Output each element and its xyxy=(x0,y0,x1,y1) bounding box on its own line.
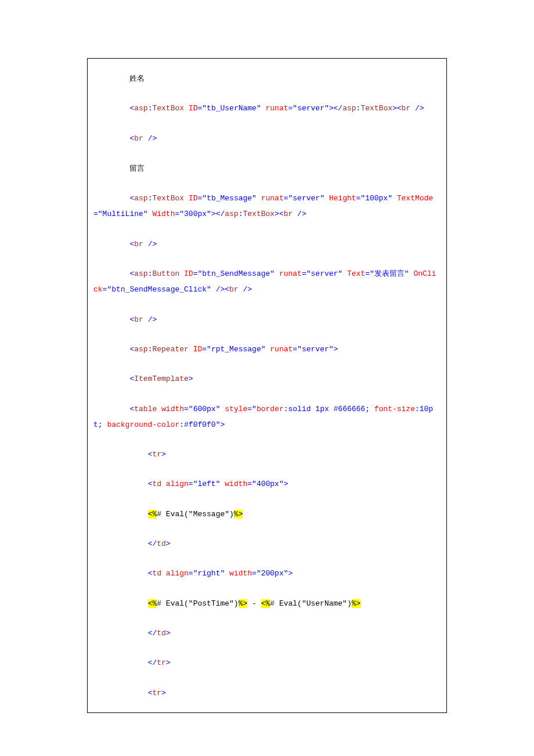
code-token: br xyxy=(134,315,147,324)
code-line: 留言 xyxy=(93,160,441,177)
code-token: ="MultiLine" xyxy=(93,210,152,218)
code-token: =" xyxy=(365,269,374,278)
code-token: <% xyxy=(148,510,157,519)
code-token: runat xyxy=(266,104,288,113)
code-line: <%# Eval("Message")%> xyxy=(93,506,441,522)
code-token: tr xyxy=(152,689,161,697)
code-token: ="btn_SendMessage" xyxy=(193,269,279,278)
code-token: br xyxy=(229,285,243,294)
indent xyxy=(93,658,148,667)
code-line: <ItemTemplate> xyxy=(93,371,441,387)
code-token: ID xyxy=(184,269,193,278)
code-token: > xyxy=(166,629,171,638)
indent xyxy=(93,345,129,354)
code-token: " xyxy=(405,269,414,278)
code-token: ID xyxy=(193,345,203,354)
code-token: br xyxy=(402,104,415,113)
code-token: width xyxy=(225,480,247,488)
code-line: 姓名 xyxy=(93,70,441,87)
indent xyxy=(93,405,129,413)
code-token: </ xyxy=(148,658,157,667)
code-token: 发表留言 xyxy=(374,269,405,278)
code-token: Repeater xyxy=(152,345,193,354)
code-token: ="200px"> xyxy=(252,569,293,578)
code-sample-box: 姓名 <asp:TextBox ID="tb_UserName" runat="… xyxy=(87,58,447,713)
indent xyxy=(93,480,148,488)
code-token: > xyxy=(161,450,166,459)
code-line: <br /> xyxy=(93,131,441,146)
code-line: <asp:Button ID="btn_SendMessage" runat="… xyxy=(93,266,441,298)
code-token: TextBox xyxy=(243,210,275,218)
code-token: # Eval("UserName") xyxy=(270,599,351,608)
code-token: border xyxy=(257,405,284,413)
code-line: <br /> xyxy=(93,312,441,327)
code-token: ="server"></ xyxy=(288,104,343,113)
code-token: 姓名 xyxy=(129,74,145,82)
code-token: ="600px" xyxy=(184,405,225,413)
code-token: >< xyxy=(275,210,284,218)
code-token: runat xyxy=(279,269,302,278)
code-token: :#f0f0f0"> xyxy=(179,420,225,429)
indent xyxy=(93,629,148,638)
code-token: /> xyxy=(297,210,306,218)
code-token: TextBox xyxy=(152,194,188,203)
code-token: style xyxy=(225,405,247,413)
code-token: td xyxy=(157,629,166,638)
indent xyxy=(93,375,129,383)
code-token: ItemTemplate xyxy=(134,375,189,383)
code-token: ="300px"></ xyxy=(175,210,225,218)
code-token: %> xyxy=(234,510,243,519)
code-token: > xyxy=(161,689,166,697)
code-token: ="100px" xyxy=(356,194,397,203)
code-token: align xyxy=(166,569,189,578)
code-line: <table width="600px" style="border:solid… xyxy=(93,401,441,433)
code-line: <asp:TextBox ID="tb_Message" runat="serv… xyxy=(93,190,441,222)
code-token: TextMode xyxy=(397,194,433,203)
code-token: ="server" xyxy=(302,269,347,278)
indent xyxy=(93,164,129,173)
code-token: ="btn_SendMessage_Click" />< xyxy=(103,285,229,294)
code-token: > xyxy=(166,539,171,548)
indent xyxy=(93,134,129,143)
indent xyxy=(93,689,148,697)
code-token: asp xyxy=(225,210,238,218)
code-token: align xyxy=(166,480,189,488)
code-token: </ xyxy=(148,539,157,548)
code-token: asp xyxy=(134,269,147,278)
code-token: Width xyxy=(152,210,175,218)
code-line: <%# Eval("PostTime")%> - <%# Eval("UserN… xyxy=(93,596,441,611)
code-line: </tr> xyxy=(93,655,441,671)
indent xyxy=(93,569,148,578)
code-token: TextBox xyxy=(360,104,392,113)
code-token: ID xyxy=(189,104,198,113)
indent xyxy=(93,599,148,608)
indent xyxy=(93,269,129,278)
indent xyxy=(93,315,129,324)
code-token: table xyxy=(134,405,161,413)
code-token: ID xyxy=(189,194,198,203)
code-token: ="tb_UserName" xyxy=(197,104,265,113)
document-page: 姓名 <asp:TextBox ID="tb_UserName" runat="… xyxy=(0,0,534,756)
code-token: /> xyxy=(243,285,252,294)
code-line: <br /> xyxy=(93,236,441,252)
code-token: Button xyxy=(152,269,184,278)
code-token: > xyxy=(189,375,193,383)
code-token: ="tb_Message" xyxy=(197,194,261,203)
code-token: # Eval("Message") xyxy=(157,510,234,519)
code-token: tr xyxy=(157,658,166,667)
code-token: %> xyxy=(239,599,248,608)
code-token: > xyxy=(166,658,171,667)
code-token: /> xyxy=(415,104,424,113)
code-token: %> xyxy=(352,599,361,608)
code-token: /> xyxy=(148,240,157,249)
indent xyxy=(93,104,129,113)
code-token: TextBox xyxy=(152,104,188,113)
code-token: ="rpt_Message" xyxy=(202,345,270,354)
code-token: tr xyxy=(152,450,161,459)
indent xyxy=(93,240,129,249)
code-token: width xyxy=(161,405,184,413)
code-token: 留言 xyxy=(129,164,145,172)
code-token: asp xyxy=(134,104,147,113)
code-line: <asp:TextBox ID="tb_UserName" runat="ser… xyxy=(93,100,441,116)
indent xyxy=(93,539,148,548)
